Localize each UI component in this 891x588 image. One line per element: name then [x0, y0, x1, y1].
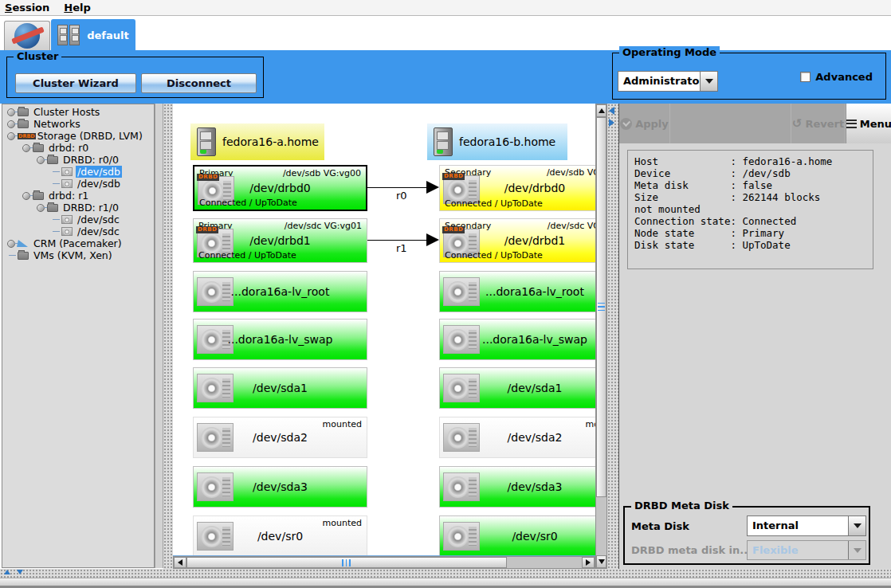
- tree-item-drbd-r1[interactable]: drbd: r1: [2, 190, 154, 202]
- menu-bar: Session Help: [0, 0, 891, 16]
- tree-item-dev-sdc-a[interactable]: /dev/sdc: [2, 214, 154, 225]
- block-device-lvroot-b[interactable]: ...dora16a-lv_root: [439, 271, 595, 312]
- folder-icon: [47, 156, 58, 164]
- host-node-fedora16-a[interactable]: fedora16-a.home: [190, 123, 324, 160]
- scroll-down-icon[interactable]: [596, 555, 606, 568]
- tab-cluster-default[interactable]: default: [51, 19, 135, 50]
- meta-disk-label: Meta Disk: [631, 520, 689, 532]
- drbd-logo-icon: DRBD: [442, 173, 465, 180]
- expander-icon[interactable]: [22, 144, 33, 151]
- device-info-panel: Host : fedora16-a.home Device : /dev/sdb…: [627, 150, 873, 269]
- tree-item-networks[interactable]: Networks: [2, 118, 154, 130]
- expander-icon[interactable]: [7, 120, 18, 127]
- revert-arrow-icon: ↺: [792, 118, 803, 130]
- block-device-sda3-a[interactable]: /dev/sda3: [193, 466, 367, 508]
- server-icon: [434, 127, 453, 156]
- folder-icon: [18, 108, 29, 116]
- info-mounted: not mounted: [634, 203, 866, 215]
- cluster-wizard-button[interactable]: Cluster Wizard: [15, 73, 136, 93]
- expander-icon[interactable]: [37, 156, 47, 163]
- block-device-drbd1-b[interactable]: Secondary /dev/sdc VG:vg01 DRBD /dev/drb…: [439, 218, 595, 263]
- tree-item-storage[interactable]: DRBDStorage (DRBD, LVM): [2, 130, 154, 142]
- tree-scrollbar[interactable]: [155, 104, 163, 568]
- top-toolbar-band: Cluster Cluster Wizard Disconnect Operat…: [0, 50, 891, 104]
- scroll-right-icon[interactable]: [582, 557, 595, 568]
- folder-icon: [33, 192, 44, 200]
- right-splitter[interactable]: [607, 104, 618, 569]
- block-device-drbd0-a[interactable]: Primary /dev/sdb VG:vg00 DRBD /dev/drbd0…: [193, 165, 367, 211]
- collapse-down-icon[interactable]: [17, 570, 23, 574]
- folder-icon: [47, 204, 58, 212]
- tab-lcmc-home[interactable]: [4, 21, 50, 50]
- harddisk-icon: [61, 215, 73, 224]
- block-device-drbd0-b[interactable]: Secondary /dev/sdb VG:vg00 DRBD /dev/drb…: [439, 165, 595, 211]
- bottom-splitter[interactable]: [0, 569, 891, 578]
- connection-label-r1: r1: [396, 242, 407, 254]
- scroll-left-icon[interactable]: [174, 557, 186, 568]
- tree-item-crm[interactable]: CRM (Pacemaker): [2, 237, 154, 249]
- drbd-meta-disk-groupbox: DRBD Meta Disk Meta Disk Internal DRBD m…: [623, 506, 870, 565]
- block-device-sr0-b[interactable]: /dev/sr0: [439, 515, 595, 557]
- menu-help[interactable]: Help: [64, 2, 90, 14]
- cluster-servers-icon: [57, 25, 81, 45]
- server-icon: [197, 127, 216, 156]
- tree-item-drbd-r0-0[interactable]: DRBD: r0/0: [2, 154, 154, 166]
- revert-button[interactable]: ↺ Revert: [791, 104, 846, 143]
- harddisk-icon: [61, 167, 73, 176]
- block-device-lvswap-a[interactable]: ...dora16a-lv_swap: [193, 319, 367, 360]
- menu-session[interactable]: Session: [5, 2, 49, 14]
- expander-icon[interactable]: [37, 204, 47, 211]
- block-device-sda3-b[interactable]: /dev/sda3: [439, 466, 595, 508]
- info-meta-disk: Meta disk : false: [634, 179, 866, 191]
- left-splitter[interactable]: [163, 104, 173, 569]
- disconnect-button[interactable]: Disconnect: [141, 73, 257, 93]
- operating-mode-select[interactable]: Administrator: [618, 71, 718, 92]
- canvas-vertical-scrollbar[interactable]: [595, 104, 607, 569]
- tree-item-dev-sdb-b[interactable]: /dev/sdb: [2, 178, 154, 190]
- scroll-up-icon[interactable]: [596, 104, 606, 117]
- scrollbar-thumb[interactable]: [186, 557, 507, 568]
- crm-pacemaker-icon: [17, 240, 29, 247]
- operating-mode-title: Operating Mode: [619, 46, 720, 58]
- tree-item-drbd-r0[interactable]: drbd: r0: [2, 142, 154, 154]
- block-device-drbd1-a[interactable]: Primary /dev/sdc VG:vg01 DRBD /dev/drbd1…: [193, 218, 367, 263]
- host-node-fedora16-b[interactable]: fedora16-b.home: [427, 123, 567, 160]
- cluster-tree: Cluster Hosts Networks DRBDStorage (DRBD…: [2, 104, 155, 568]
- tree-item-dev-sdc-b[interactable]: /dev/sdc: [2, 225, 154, 237]
- block-device-sda1-a[interactable]: /dev/sda1: [193, 367, 367, 409]
- meta-disk-select[interactable]: Internal: [747, 515, 866, 536]
- tree-item-dev-sdb-a[interactable]: /dev/sdb: [2, 166, 154, 178]
- meta-disk-value: Internal: [748, 516, 848, 535]
- chevron-down-icon[interactable]: [848, 516, 865, 535]
- block-device-sda2-a[interactable]: mounted /dev/sda2: [193, 417, 367, 458]
- drbd-meta-disk-title: DRBD Meta Disk: [631, 500, 732, 512]
- block-device-lvswap-b[interactable]: ...dora16a-lv_swap: [439, 319, 595, 360]
- expander-icon[interactable]: [7, 132, 18, 139]
- block-device-sda1-b[interactable]: /dev/sda1: [439, 367, 595, 409]
- connection-label-r0: r0: [396, 190, 407, 202]
- info-connection-state: Connection state: Connected: [634, 215, 866, 227]
- block-device-sda2-b[interactable]: mounted /dev/sda2: [439, 417, 595, 458]
- tab-bar: default: [0, 16, 891, 50]
- detail-toolbar: Apply ↺ Revert Menu: [619, 104, 891, 143]
- collapse-right-icon[interactable]: [609, 119, 614, 127]
- chevron-down-icon[interactable]: [700, 72, 717, 91]
- advanced-checkbox[interactable]: [800, 72, 811, 82]
- tree-item-drbd-r1-0[interactable]: DRBD: r1/0: [2, 202, 154, 214]
- menu-button[interactable]: Menu: [846, 104, 891, 143]
- tree-item-vms[interactable]: VMs (KVM, Xen): [2, 249, 154, 261]
- info-host: Host : fedora16-a.home: [634, 155, 866, 167]
- drbd-logo-icon: DRBD: [442, 226, 465, 233]
- canvas-horizontal-scrollbar[interactable]: [173, 556, 595, 569]
- scrollbar-thumb[interactable]: [596, 117, 606, 497]
- expander-icon[interactable]: [7, 240, 18, 247]
- advanced-label: Advanced: [815, 71, 873, 83]
- expand-up-icon[interactable]: [4, 570, 10, 574]
- expander-icon[interactable]: [7, 108, 18, 116]
- apply-button[interactable]: Apply: [619, 104, 670, 143]
- collapse-left-icon[interactable]: [609, 107, 614, 115]
- tree-item-cluster-hosts[interactable]: Cluster Hosts: [2, 106, 154, 118]
- block-device-lvroot-a[interactable]: ...dora16a-lv_root: [193, 271, 367, 312]
- block-device-sr0-a[interactable]: mounted /dev/sr0: [193, 515, 367, 557]
- expander-icon[interactable]: [22, 192, 33, 199]
